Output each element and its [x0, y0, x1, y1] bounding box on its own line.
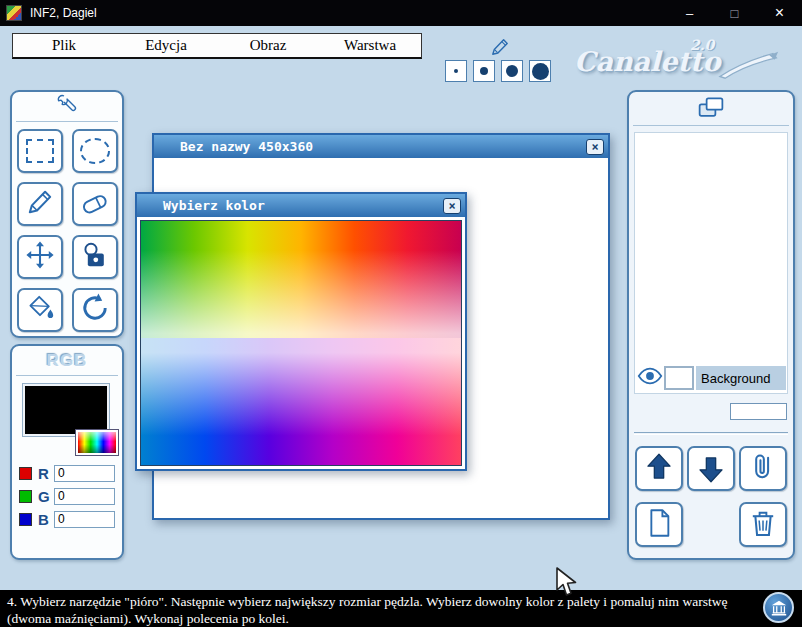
- canvas-window-titlebar[interactable]: Bez nazwy 450x360 ×: [154, 135, 608, 158]
- visibility-toggle[interactable]: [636, 367, 664, 389]
- paint-bucket-icon: [23, 292, 57, 328]
- tool-rect-select-button[interactable]: [17, 129, 63, 173]
- ellipse-select-icon: [80, 138, 110, 164]
- application-window: INF2, Dagiel – □ × Plik Edycja Obraz War…: [0, 0, 802, 627]
- rgb-channels: R G B: [12, 464, 122, 533]
- menu-item-edycja[interactable]: Edycja: [115, 34, 217, 57]
- layer-list[interactable]: Background: [634, 132, 788, 394]
- channel-row-red: R: [19, 464, 115, 482]
- tool-eraser-button[interactable]: [72, 182, 118, 226]
- layers-icon: [694, 93, 728, 125]
- color-picker-window: Wybierz kolor ×: [135, 192, 467, 471]
- trash-icon: [746, 506, 780, 544]
- statusbar: 4. Wybierz narzędzie "pióro". Następnie …: [0, 590, 802, 627]
- paperclip-icon: [746, 450, 780, 488]
- logo-version: 2.0: [690, 37, 714, 53]
- window-title: INF2, Dagiel: [30, 6, 97, 20]
- close-button[interactable]: ×: [757, 0, 802, 26]
- tool-redo-button[interactable]: [72, 288, 118, 332]
- new-layer-button[interactable]: [635, 502, 683, 547]
- picker-titlebar[interactable]: Wybierz kolor ×: [137, 194, 465, 217]
- brush-size-3-button[interactable]: [501, 60, 523, 82]
- wrench-icon: [52, 93, 82, 121]
- pen-logo-icon: [718, 50, 780, 84]
- channel-row-green: G: [19, 487, 115, 505]
- maximize-button[interactable]: □: [712, 0, 757, 26]
- app-logo: Canaletto 2.0: [574, 46, 780, 94]
- green-swatch: [19, 490, 32, 503]
- menu-item-plik[interactable]: Plik: [13, 34, 115, 57]
- rgb-title: RGB: [47, 351, 88, 371]
- tool-pencil-button[interactable]: [17, 182, 63, 226]
- menu-item-obraz[interactable]: Obraz: [217, 34, 319, 57]
- lock-icon: [78, 239, 112, 275]
- app-icon: [6, 5, 22, 21]
- tool-move-button[interactable]: [17, 235, 63, 279]
- layer-attach-button[interactable]: [739, 446, 787, 491]
- layer-row-background[interactable]: Background: [636, 365, 786, 391]
- brush-size-4-button[interactable]: [529, 60, 551, 82]
- status-badge-icon: [763, 592, 794, 623]
- layers-panel-header: [633, 92, 789, 126]
- brush-size-1-button[interactable]: [445, 60, 467, 82]
- menubar: Plik Edycja Obraz Warstwa: [12, 33, 422, 59]
- green-label: G: [38, 488, 54, 505]
- rect-select-icon: [26, 139, 54, 163]
- status-line-1: 4. Wybierz narzędzie "pióro". Następnie …: [7, 593, 795, 610]
- current-color-preview[interactable]: [23, 384, 109, 436]
- arrow-up-icon: [641, 450, 677, 488]
- red-input[interactable]: [54, 465, 115, 482]
- brush-size-row: [445, 60, 551, 82]
- redo-arrow-icon: [77, 291, 113, 329]
- mini-palette-icon[interactable]: [76, 430, 118, 455]
- canvas-window-title: Bez nazwy 450x360: [154, 139, 313, 154]
- tools-panel-header: [16, 92, 118, 122]
- tool-fill-button[interactable]: [17, 288, 63, 332]
- move-arrows-icon: [23, 239, 57, 275]
- canvas-close-button[interactable]: ×: [586, 139, 604, 155]
- rgb-panel-header: RGB: [16, 346, 118, 376]
- new-page-icon: [642, 506, 676, 544]
- blue-input[interactable]: [54, 511, 115, 528]
- layer-down-button[interactable]: [687, 446, 735, 491]
- eye-icon: [637, 367, 663, 389]
- pen-tool-icon[interactable]: [487, 35, 513, 59]
- layer-up-button[interactable]: [635, 446, 683, 491]
- picker-title: Wybierz kolor: [137, 198, 265, 213]
- picker-close-button[interactable]: ×: [443, 198, 461, 214]
- menu-item-warstwa[interactable]: Warstwa: [319, 34, 421, 57]
- layer-thumbnail[interactable]: [664, 366, 694, 390]
- tools-panel: [10, 90, 124, 338]
- brush-dot-icon: [480, 67, 488, 75]
- window-controls: – □ ×: [667, 0, 802, 26]
- green-input[interactable]: [54, 488, 115, 505]
- brush-dot-icon: [532, 63, 549, 80]
- brush-dot-icon: [506, 65, 518, 77]
- red-swatch: [19, 467, 32, 480]
- delete-layer-button[interactable]: [739, 502, 787, 547]
- color-gradient-field[interactable]: [140, 220, 462, 466]
- eraser-icon: [77, 185, 113, 223]
- layers-panel: Background: [627, 90, 795, 560]
- window-titlebar[interactable]: INF2, Dagiel – □ ×: [0, 0, 802, 26]
- tool-lock-button[interactable]: [72, 235, 118, 279]
- channel-row-blue: B: [19, 510, 115, 528]
- brush-dot-icon: [454, 69, 458, 73]
- status-line-2: (dwoma maźnięciami). Wykonaj polecenia p…: [7, 610, 795, 627]
- layers-divider: [634, 432, 788, 435]
- layer-opacity-input[interactable]: [730, 403, 787, 420]
- rgb-panel: RGB R G B: [10, 344, 124, 560]
- tool-grid: [12, 122, 122, 332]
- gradient-light-band: [141, 221, 461, 465]
- brush-size-2-button[interactable]: [473, 60, 495, 82]
- layer-name[interactable]: Background: [696, 366, 786, 390]
- pencil-icon: [22, 185, 58, 223]
- minimize-button[interactable]: –: [667, 0, 712, 26]
- workspace: Plik Edycja Obraz Warstwa Canaletto 2.0: [0, 26, 802, 590]
- arrow-down-icon: [693, 452, 729, 486]
- red-label: R: [38, 465, 54, 482]
- blue-swatch: [19, 513, 32, 526]
- blue-label: B: [38, 511, 54, 528]
- tool-ellipse-select-button[interactable]: [72, 129, 118, 173]
